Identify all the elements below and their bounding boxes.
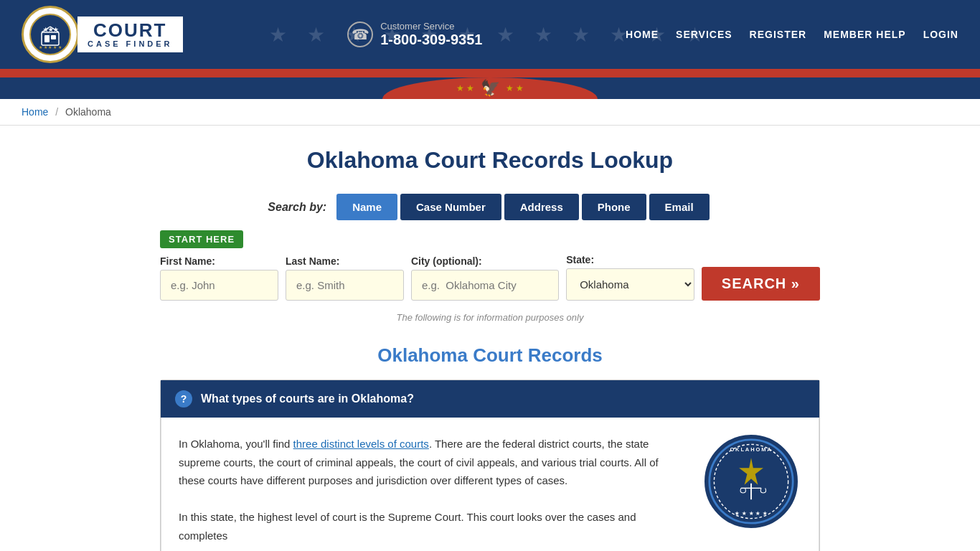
faq-p1-text: In Oklahoma, you'll find [179,438,293,450]
svg-text:OKLAHOMA: OKLAHOMA [730,446,772,453]
faq-paragraph-2: In this state, the highest level of cour… [179,508,687,545]
page-title: Oklahoma Court Records Lookup [160,147,820,174]
eagle-area: ★ ★ 🦅 ★ ★ [456,79,524,98]
state-label: State: [566,254,694,265]
tab-name[interactable]: Name [336,194,397,220]
tab-case-number[interactable]: Case Number [400,194,501,220]
tab-address[interactable]: Address [504,194,579,220]
search-by-label: Search by: [268,201,326,214]
search-form: First Name: Last Name: City (optional): … [160,254,820,301]
nav-services[interactable]: SERVICES [676,29,732,40]
records-section-title: Oklahoma Court Records [160,344,820,367]
logo-text: COURT CASE FINDER [77,17,183,52]
state-field: State: Oklahoma Alabama Alaska Arizona A… [566,254,694,301]
red-banner [0,69,980,77]
customer-service: ☎ Customer Service 1-800-309-9351 [347,21,482,48]
svg-rect-4 [51,35,56,39]
city-input[interactable] [411,270,559,301]
svg-text:★ ★ ★ ★ ★: ★ ★ ★ ★ ★ [735,511,768,516]
nav-register[interactable]: REGISTER [750,29,807,40]
ok-seal-svg: OKLAHOMA ★ ★ ★ ★ ★ [705,438,798,525]
search-button[interactable]: SEARCH » [702,267,820,301]
eagle-icon: 🦅 [481,79,500,98]
logo-icon: ★★★ ★ ★ ★ ★ ★ [29,13,72,56]
customer-service-label: Customer Service [380,21,482,32]
start-here-badge: START HERE [160,230,243,248]
svg-rect-3 [44,35,50,42]
oklahoma-seal-container: OKLAHOMA ★ ★ ★ ★ ★ [701,435,801,528]
faq-paragraph-1: In Oklahoma, you'll find three distinct … [179,435,687,490]
last-name-input[interactable] [286,270,404,301]
first-name-input[interactable] [160,270,278,301]
logo-circle: ★★★ ★ ★ ★ ★ ★ [22,6,79,63]
nav-member-help[interactable]: MEMBER HELP [824,29,905,40]
logo-area: ★★★ ★ ★ ★ ★ ★ COURT CASE FINDER [22,6,183,63]
faq-item: ? What types of courts are in Oklahoma? … [160,380,820,551]
faq-body: In Oklahoma, you'll find three distinct … [161,418,819,551]
nav-home[interactable]: HOME [626,29,659,40]
tab-phone[interactable]: Phone [582,194,646,220]
first-name-label: First Name: [160,255,278,267]
last-name-field: Last Name: [286,255,404,301]
city-label: City (optional): [411,255,559,267]
customer-service-phone: 1-800-309-9351 [380,32,482,48]
faq-p1-link[interactable]: three distinct levels of courts [293,438,429,450]
first-name-field: First Name: [160,255,278,301]
star-left: ★ ★ [456,83,474,93]
logo-court-text: COURT [93,21,166,39]
tab-email[interactable]: Email [649,194,710,220]
phone-icon: ☎ [347,22,373,47]
city-field: City (optional): [411,255,559,301]
breadcrumb: Home / Oklahoma [0,99,980,126]
faq-text: In Oklahoma, you'll find three distinct … [179,435,687,545]
search-by-row: Search by: Name Case Number Address Phon… [160,194,820,220]
disclaimer-text: The following is for information purpose… [160,312,820,323]
main-content: Oklahoma Court Records Lookup Search by:… [146,126,834,551]
breadcrumb-home[interactable]: Home [22,106,48,118]
nav-login[interactable]: LOGIN [923,29,958,40]
breadcrumb-current: Oklahoma [65,106,111,118]
breadcrumb-separator: / [55,106,58,118]
main-nav: HOME SERVICES REGISTER MEMBER HELP LOGIN [626,29,958,40]
faq-icon: ? [175,390,192,408]
state-select[interactable]: Oklahoma Alabama Alaska Arizona Arkansas… [566,268,694,301]
faq-header[interactable]: ? What types of courts are in Oklahoma? [161,380,819,418]
faq-question: What types of courts are in Oklahoma? [201,392,414,405]
site-header: ★★★ ★ ★ ★ ★ ★ COURT CASE FINDER ☎ Custom… [0,0,980,69]
oklahoma-seal: OKLAHOMA ★ ★ ★ ★ ★ [705,435,798,528]
star-right: ★ ★ [506,83,524,93]
last-name-label: Last Name: [286,255,404,267]
svg-text:★ ★ ★ ★ ★: ★ ★ ★ ★ ★ [39,45,62,50]
logo-case-finder-text: CASE FINDER [88,39,173,48]
arch-area: ★ ★ 🦅 ★ ★ [0,77,980,99]
